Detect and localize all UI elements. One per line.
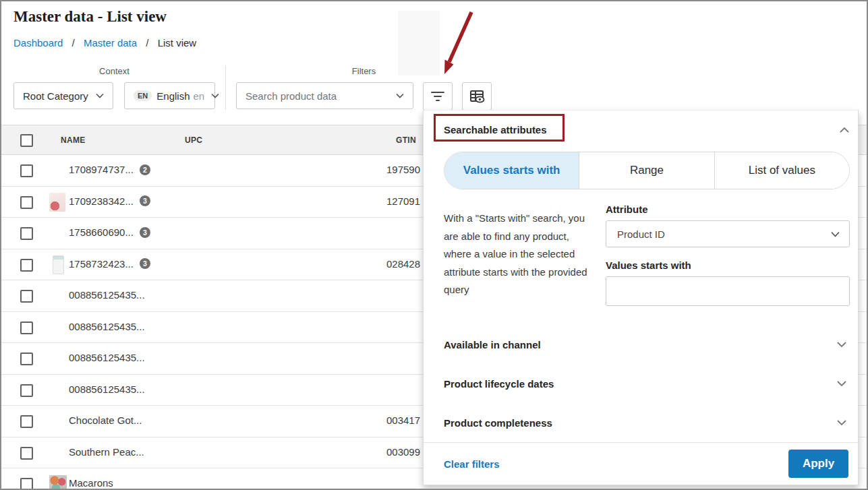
product-name: 1758660690... — [69, 226, 134, 238]
variant-count-badge: 3 — [140, 195, 150, 206]
product-name: Macarons — [69, 477, 113, 489]
category-dropdown-value: Root Category — [23, 90, 88, 102]
chevron-up-icon[interactable] — [839, 124, 850, 136]
search-placeholder: Search product data — [245, 90, 337, 102]
column-settings-button[interactable] — [462, 82, 492, 111]
chevron-down-icon — [836, 417, 847, 429]
product-name: 1709238342... — [69, 195, 134, 207]
filter-tab-label: List of values — [749, 164, 815, 177]
row-checkbox[interactable] — [20, 447, 33, 460]
panel-sections: Available in channel Product lifecycle d… — [444, 325, 847, 442]
row-checkbox[interactable] — [20, 196, 33, 209]
product-name: 008856125435... — [69, 352, 145, 363]
filter-panel: Searchable attributes Values starts with… — [423, 110, 859, 485]
product-name: 008856125435... — [69, 384, 145, 395]
row-checkbox[interactable] — [20, 353, 33, 365]
attribute-label: Attribute — [606, 204, 850, 215]
column-header-gtin[interactable]: GTIN — [396, 135, 416, 145]
panel-footer: Clear filters Apply — [424, 442, 858, 485]
page-title: Master data - List view — [13, 8, 167, 26]
apply-button[interactable]: Apply — [788, 450, 848, 478]
annotation-arrow-icon — [430, 8, 479, 81]
product-name: 1758732423... — [69, 258, 134, 270]
filter-lines-icon — [431, 92, 444, 101]
breadcrumb: Dashboard / Master data / List view — [13, 37, 196, 49]
filter-button[interactable] — [423, 82, 453, 111]
filter-tab-label: Values starts with — [463, 164, 560, 177]
filter-tab[interactable]: Range — [579, 152, 714, 189]
breadcrumb-current: List view — [158, 37, 197, 49]
row-checkbox[interactable] — [20, 290, 33, 303]
toolbar-divider — [225, 65, 226, 110]
row-checkbox[interactable] — [20, 415, 33, 428]
table-eye-icon — [468, 88, 486, 104]
section-label: Available in channel — [444, 339, 541, 350]
breadcrumb-master-data[interactable]: Master data — [84, 37, 137, 49]
product-thumbnail — [49, 193, 65, 212]
row-checkbox[interactable] — [20, 321, 33, 334]
product-name: Chocolate Got... — [69, 415, 142, 426]
chevron-down-icon — [836, 377, 847, 390]
row-checkbox[interactable] — [20, 384, 33, 397]
variant-count-badge: 3 — [140, 227, 150, 238]
language-dropdown-value: English — [156, 90, 190, 102]
variant-count-badge: 3 — [140, 258, 150, 269]
values-starts-with-label: Values starts with — [606, 259, 850, 271]
row-checkbox[interactable] — [20, 259, 33, 272]
collapsible-section[interactable]: Product completeness — [444, 403, 847, 442]
chevron-down-icon — [389, 93, 404, 98]
variant-count-badge: 2 — [140, 164, 150, 175]
category-dropdown[interactable]: Root Category — [13, 82, 113, 109]
search-product-dropdown[interactable]: Search product data — [236, 82, 413, 109]
breadcrumb-separator: / — [72, 37, 75, 49]
attribute-select[interactable]: Product ID — [606, 220, 850, 247]
attribute-select-value: Product ID — [617, 228, 665, 240]
filter-tab[interactable]: List of values — [714, 152, 849, 189]
product-name: 1708974737... — [69, 164, 134, 175]
chevron-down-icon — [89, 93, 104, 98]
context-label: Context — [13, 66, 215, 76]
row-checkbox[interactable] — [20, 478, 33, 490]
breadcrumb-dashboard[interactable]: Dashboard — [13, 37, 63, 49]
clear-filters-link[interactable]: Clear filters — [444, 458, 500, 470]
filter-form: Attribute Product ID Values starts with — [606, 204, 850, 306]
product-thumbnail — [53, 255, 64, 274]
collapsible-section[interactable]: Product lifecycle dates — [444, 364, 847, 403]
breadcrumb-separator: / — [146, 37, 148, 49]
product-name: 008856125435... — [69, 289, 145, 301]
product-thumbnail — [49, 475, 67, 490]
filter-tabs: Values starts with Range List of values — [444, 152, 850, 189]
section-label: Product completeness — [444, 417, 552, 429]
chevron-down-icon — [204, 93, 219, 98]
language-dropdown[interactable]: EN English en — [124, 82, 215, 109]
gtin-value: 003099 — [386, 446, 420, 458]
product-name: Southern Peac... — [69, 446, 144, 458]
context-group: Context Root Category EN English en — [13, 66, 215, 109]
row-checkbox[interactable] — [20, 164, 33, 177]
gtin-value: 127091 — [386, 195, 420, 207]
gtin-value: 197590 — [386, 164, 420, 175]
filter-tab-label: Range — [630, 164, 664, 177]
chevron-down-icon — [836, 338, 847, 350]
column-header-name[interactable]: NAME — [61, 135, 86, 145]
language-code-badge: EN — [134, 90, 152, 101]
chevron-down-icon — [831, 231, 840, 237]
product-name: 008856125435... — [69, 321, 145, 332]
values-starts-with-input[interactable] — [606, 276, 850, 306]
collapsible-section[interactable]: Available in channel — [444, 325, 847, 364]
filter-description: With a "Starts with" search, you are abl… — [444, 210, 592, 299]
app-window: Master data - List view Dashboard / Mast… — [0, 0, 868, 490]
section-label: Product lifecycle dates — [444, 378, 554, 390]
language-suffix: en — [193, 90, 204, 102]
filter-tab[interactable]: Values starts with — [444, 152, 579, 189]
column-header-upc[interactable]: UPC — [185, 135, 202, 145]
row-checkbox[interactable] — [20, 227, 33, 240]
gtin-value: 003417 — [386, 415, 420, 426]
panel-title: Searchable attributes — [444, 124, 547, 135]
gtin-value: 028428 — [386, 258, 420, 270]
select-all-checkbox[interactable] — [20, 134, 33, 147]
